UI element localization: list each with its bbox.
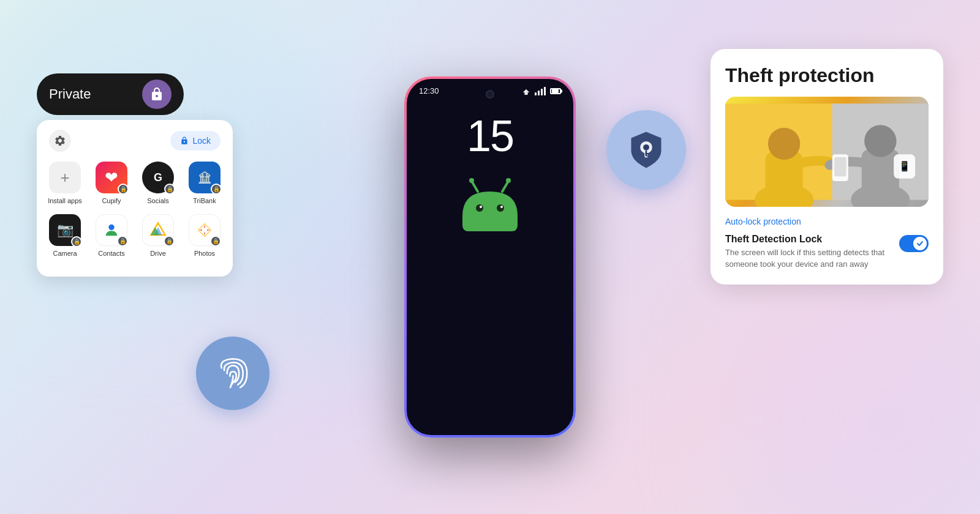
app-grid-header: Lock: [47, 130, 223, 152]
theft-detection-text: Theft Detection Lock The screen will loc…: [725, 234, 892, 269]
app-label-cupify: Cupify: [102, 197, 121, 204]
svg-point-9: [476, 204, 483, 212]
app-item-drive[interactable]: 🔒 Drive: [140, 214, 176, 257]
signal-bars: [535, 87, 546, 95]
app-icon-socials: G 🔒: [142, 162, 174, 193]
app-icon-camera: 📷 🔒: [49, 214, 81, 246]
tribank-lock-badge: 🔒: [211, 184, 222, 195]
app-grid-card: Lock + Install apps ❤ 🔒 Cupify: [37, 120, 233, 277]
contacts-svg: [103, 222, 120, 239]
install-icon: +: [49, 162, 81, 193]
app-label-socials: Socials: [147, 197, 168, 204]
app-item-contacts[interactable]: 🔒 Contacts: [93, 214, 130, 257]
app-row-1: + Install apps ❤ 🔒 Cupify G 🔒 Socials: [47, 162, 223, 204]
battery-icon: [550, 88, 561, 94]
camera-notch: [486, 90, 494, 99]
photos-lock-badge: 🔒: [210, 236, 221, 247]
app-icon-photos: 🔒: [189, 214, 221, 246]
android-bot-svg: [450, 176, 530, 237]
socials-lock-badge: 🔒: [164, 184, 175, 195]
app-icon-contacts: 🔒: [96, 214, 127, 246]
fingerprint-icon: [213, 354, 253, 393]
app-label-contacts: Contacts: [98, 250, 124, 257]
photos-svg: [196, 222, 213, 239]
theft-illustration: 📱: [725, 97, 929, 207]
lock-button-label: Lock: [192, 136, 211, 146]
drive-lock-badge: 🔒: [164, 236, 175, 247]
svg-point-12: [500, 206, 503, 208]
svg-point-26: [864, 125, 896, 157]
theft-protection-title: Theft protection: [725, 64, 929, 87]
cupify-lock-badge: 🔒: [118, 184, 129, 195]
wifi-icon: [521, 88, 531, 95]
app-item-photos[interactable]: 🔒 Photos: [186, 214, 223, 257]
svg-rect-25: [862, 149, 899, 203]
detection-title: Theft Detection Lock: [725, 234, 892, 245]
lock-icon: [149, 87, 164, 102]
lock-button[interactable]: Lock: [170, 131, 221, 151]
app-label-drive: Drive: [150, 250, 166, 257]
phone-camera: [477, 88, 484, 95]
app-item-install[interactable]: + Install apps: [47, 162, 83, 204]
contacts-lock-badge: 🔒: [117, 236, 128, 247]
svg-point-15: [643, 144, 649, 151]
app-icon-drive: 🔒: [142, 214, 174, 246]
svg-text:📱: 📱: [899, 160, 911, 172]
svg-point-10: [497, 204, 504, 212]
app-label-camera: Camera: [53, 250, 77, 257]
phone-device: 12:30 15: [404, 76, 576, 438]
toggle-check-icon: [916, 240, 924, 247]
svg-point-11: [480, 206, 482, 208]
theft-scene-svg: 📱: [725, 97, 929, 207]
svg-rect-18: [646, 155, 648, 156]
svg-rect-28: [834, 157, 846, 176]
app-label-tribank: TriBank: [193, 197, 216, 204]
app-item-tribank[interactable]: 🏦 🔒 TriBank: [186, 162, 223, 204]
app-icon-tribank: 🏦 🔒: [189, 162, 221, 193]
shield-bubble: [606, 110, 686, 190]
svg-point-7: [469, 178, 474, 183]
toggle-knob: [913, 237, 927, 250]
svg-point-8: [506, 178, 511, 183]
private-label: Private: [49, 86, 91, 102]
theft-detection-row: Theft Detection Lock The screen will loc…: [725, 234, 929, 269]
app-icon-cupify: ❤ 🔒: [96, 162, 127, 193]
camera-lock-badge: 🔒: [71, 236, 82, 247]
android-mascot: [450, 176, 530, 240]
detection-description: The screen will lock if this setting det…: [725, 247, 892, 269]
app-item-socials[interactable]: G 🔒 Socials: [140, 162, 176, 204]
private-space-pill: Private: [37, 73, 184, 115]
right-panel: Theft protection: [710, 49, 943, 285]
left-panel: Private Lock: [37, 73, 233, 277]
app-label-install: Install apps: [48, 197, 82, 204]
phone-frame: 12:30 15: [404, 76, 576, 438]
svg-point-23: [768, 128, 800, 160]
app-row-2: 📷 🔒 Camera 🔒 Contacts: [47, 214, 223, 257]
shield-key-icon: [625, 128, 668, 171]
phone-large-number: 15: [467, 114, 513, 158]
auto-lock-label: Auto-lock protection: [725, 217, 929, 226]
app-label-photos: Photos: [194, 250, 215, 257]
phone-screen: 12:30 15: [407, 79, 573, 435]
bg-decoration-2: [735, 269, 980, 514]
phone-signal-area: [521, 87, 561, 95]
theft-protection-card: Theft protection: [710, 49, 943, 285]
phone-time: 12:30: [419, 86, 439, 95]
gear-icon: [54, 135, 66, 147]
fingerprint-bubble: [196, 337, 270, 410]
svg-rect-17: [646, 153, 649, 154]
svg-rect-16: [646, 151, 647, 155]
svg-point-4: [202, 228, 208, 233]
svg-point-0: [108, 225, 114, 230]
lock-small-icon: [180, 136, 189, 145]
app-item-cupify[interactable]: ❤ 🔒 Cupify: [93, 162, 130, 204]
theft-detection-toggle[interactable]: [899, 235, 929, 252]
private-lock-circle[interactable]: [142, 80, 172, 109]
settings-button[interactable]: [49, 130, 71, 152]
app-item-camera[interactable]: 📷 🔒 Camera: [47, 214, 83, 257]
drive-svg: [149, 222, 167, 239]
